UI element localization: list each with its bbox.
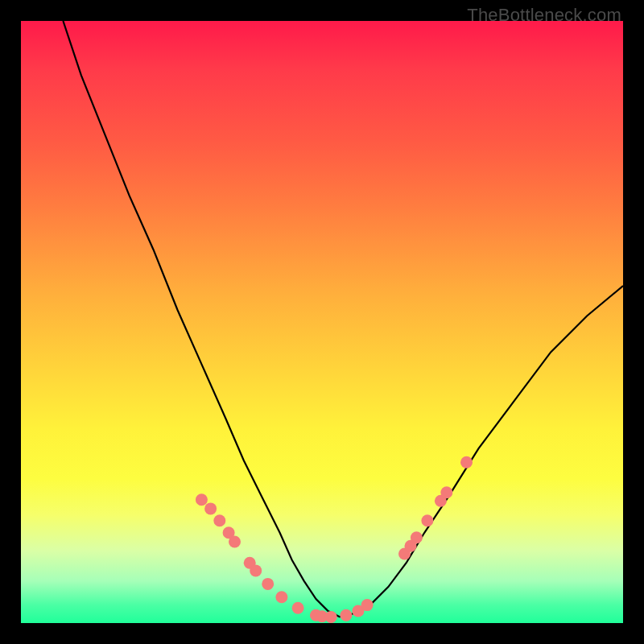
bead-marker bbox=[213, 514, 225, 526]
bead-marker bbox=[325, 611, 337, 623]
bead-markers bbox=[196, 456, 473, 623]
bead-marker bbox=[440, 486, 452, 498]
left-curve bbox=[63, 21, 340, 617]
bead-marker bbox=[204, 502, 217, 514]
bead-marker bbox=[460, 456, 473, 469]
bead-marker bbox=[262, 578, 274, 590]
bead-marker bbox=[275, 591, 287, 603]
bead-marker bbox=[292, 602, 304, 614]
bead-marker bbox=[421, 514, 433, 526]
credit-text: TheBottleneck.com bbox=[467, 5, 621, 26]
right-curve bbox=[340, 286, 623, 617]
bead-marker bbox=[250, 564, 262, 576]
chart-svg bbox=[21, 21, 623, 623]
bead-marker bbox=[229, 536, 241, 548]
bead-marker bbox=[196, 493, 208, 506]
bead-marker bbox=[340, 609, 352, 621]
bead-marker bbox=[411, 531, 423, 543]
bead-marker bbox=[361, 599, 374, 611]
